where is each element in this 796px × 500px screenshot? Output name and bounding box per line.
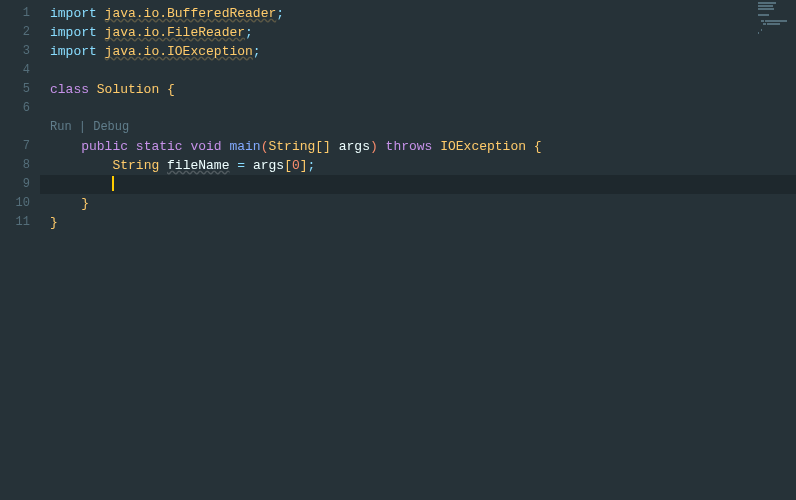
equals-operator: = [237, 158, 245, 173]
line-number: 3 [0, 42, 40, 61]
code-line-5[interactable]: class Solution { [40, 80, 796, 99]
semicolon: ; [308, 158, 316, 173]
codelens: Run | Debug [40, 118, 796, 137]
semicolon: ; [245, 25, 253, 40]
variable-filename: fileName [167, 158, 229, 173]
type-string: String [268, 139, 315, 154]
space [245, 158, 253, 173]
indent [50, 177, 112, 192]
method-name: main [229, 139, 260, 154]
indent [50, 158, 112, 173]
code-content[interactable]: import java.io.BufferedReader; import ja… [40, 0, 796, 500]
line-number-gutter: 1 2 3 4 5 6 7 8 9 10 11 [0, 0, 40, 500]
line-number: 5 [0, 80, 40, 99]
close-bracket: ] [323, 139, 331, 154]
keyword-class: class [50, 82, 97, 97]
param-args: args [339, 139, 370, 154]
keyword-static: static [136, 139, 191, 154]
line-number: 1 [0, 4, 40, 23]
class-name: Solution [97, 82, 159, 97]
code-line-1[interactable]: import java.io.BufferedReader; [40, 4, 796, 23]
open-bracket: [ [284, 158, 292, 173]
open-brace: { [167, 82, 175, 97]
number-literal: 0 [292, 158, 300, 173]
line-number: 9 [0, 175, 40, 194]
code-line-2[interactable]: import java.io.FileReader; [40, 23, 796, 42]
close-brace: } [81, 196, 89, 211]
keyword-public: public [81, 139, 136, 154]
package-name: java.io.IOException [105, 44, 253, 59]
code-line-6[interactable] [40, 99, 796, 118]
codelens-debug[interactable]: Debug [93, 120, 129, 134]
space [331, 139, 339, 154]
line-number: 4 [0, 61, 40, 80]
code-line-8[interactable]: String fileName = args[0]; [40, 156, 796, 175]
keyword-import: import [50, 25, 105, 40]
code-line-3[interactable]: import java.io.IOException; [40, 42, 796, 61]
code-line-7[interactable]: public static void main(String[] args) t… [40, 137, 796, 156]
line-number: 10 [0, 194, 40, 213]
close-paren: ) [370, 139, 378, 154]
code-line-10[interactable]: } [40, 194, 796, 213]
line-number: 8 [0, 156, 40, 175]
code-line-4[interactable] [40, 61, 796, 80]
space [378, 139, 386, 154]
semicolon: ; [276, 6, 284, 21]
indent [50, 196, 81, 211]
close-bracket: ] [300, 158, 308, 173]
keyword-import: import [50, 44, 105, 59]
type-ioexception: IOException [440, 139, 526, 154]
text-cursor [112, 176, 114, 191]
space [159, 82, 167, 97]
codelens-run[interactable]: Run [50, 120, 72, 134]
code-line-11[interactable]: } [40, 213, 796, 232]
keyword-throws: throws [386, 139, 441, 154]
semicolon: ; [253, 44, 261, 59]
open-bracket: [ [315, 139, 323, 154]
close-brace: } [50, 215, 58, 230]
variable-args: args [253, 158, 284, 173]
keyword-import: import [50, 6, 105, 21]
line-number: 2 [0, 23, 40, 42]
package-name: java.io.FileReader [105, 25, 245, 40]
keyword-void: void [190, 139, 229, 154]
space [526, 139, 534, 154]
indent [50, 139, 81, 154]
open-brace: { [534, 139, 542, 154]
line-number: 6 [0, 99, 40, 118]
code-editor[interactable]: 1 2 3 4 5 6 7 8 9 10 11 import java.io.B… [0, 0, 796, 500]
space [159, 158, 167, 173]
codelens-separator: | [72, 120, 94, 134]
line-number: 11 [0, 213, 40, 232]
code-line-9-current[interactable] [40, 175, 796, 194]
type-string: String [112, 158, 159, 173]
package-name: java.io.BufferedReader [105, 6, 277, 21]
line-number [0, 118, 40, 137]
line-number: 7 [0, 137, 40, 156]
